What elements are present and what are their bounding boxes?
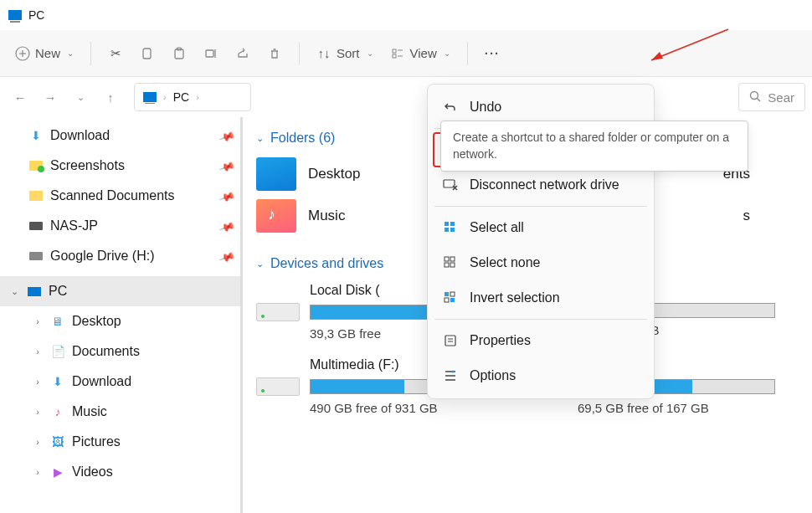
separator (90, 42, 91, 65)
delete-button[interactable] (259, 41, 290, 66)
cut-icon: ✂ (108, 46, 123, 61)
menu-properties[interactable]: Properties (433, 323, 649, 358)
svg-rect-34 (445, 336, 455, 346)
pc-icon (143, 92, 157, 102)
sidebar-item-pictures[interactable]: › 🖼 Pictures (0, 427, 240, 457)
svg-rect-4 (175, 49, 183, 59)
chevron-down-icon: ⌄ (367, 49, 373, 58)
search-input[interactable]: Sear (738, 83, 805, 111)
menu-select-none[interactable]: Select none (433, 245, 649, 280)
undo-icon (443, 100, 458, 115)
back-button[interactable]: ← (7, 84, 33, 110)
menu-label: Select none (470, 255, 541, 270)
sidebar-item-pc[interactable]: ⌄ PC (0, 276, 240, 306)
view-button[interactable]: View ⌄ (382, 41, 459, 66)
svg-rect-24 (445, 228, 449, 232)
drive-icon (256, 303, 300, 321)
chevron-right-icon[interactable]: › (32, 377, 44, 387)
sidebar-item-scanned-documents[interactable]: Scanned Documents 📌 (0, 181, 240, 211)
pictures-icon: 🖼 (50, 434, 65, 449)
main: ⬇ Download 📌 Screenshots 📌 Scanned Docum… (0, 117, 812, 513)
separator (467, 42, 468, 65)
svg-rect-6 (206, 50, 213, 57)
videos-icon: ▶ (50, 464, 65, 480)
pin-icon: 📌 (218, 218, 234, 234)
chevron-right-icon[interactable]: › (32, 467, 44, 477)
nas-icon (28, 218, 44, 233)
invert-icon (443, 290, 458, 305)
pin-icon: 📌 (218, 187, 234, 204)
new-button[interactable]: New ⌄ (7, 41, 82, 66)
chevron-down-icon[interactable]: ⌄ (8, 286, 20, 297)
breadcrumb[interactable]: › PC › (134, 83, 251, 111)
chevron-down-icon: ⌄ (256, 133, 264, 144)
menu-disconnect-network-drive[interactable]: Disconnect network drive (433, 167, 649, 203)
svg-line-13 (758, 98, 761, 101)
menu-undo[interactable]: Undo (433, 90, 649, 125)
more-button[interactable]: ··· (476, 41, 509, 65)
cut-button[interactable]: ✂ (100, 41, 131, 66)
folder-label: s (743, 208, 751, 224)
sidebar-item-google-drive[interactable]: Google Drive (H:) 📌 (0, 241, 240, 271)
sidebar-item-desktop[interactable]: › 🖥 Desktop (0, 306, 240, 336)
svg-rect-30 (445, 292, 449, 296)
paste-icon (172, 46, 187, 61)
chevron-right-icon[interactable]: › (32, 437, 44, 447)
menu-options[interactable]: Options (433, 358, 649, 393)
folder-label: Music (308, 208, 345, 224)
chevron-right-icon[interactable]: › (32, 316, 44, 326)
svg-rect-33 (450, 298, 455, 302)
sidebar-item-music[interactable]: › ♪ Music (0, 397, 240, 427)
menu-select-all[interactable]: Select all (433, 210, 649, 245)
svg-rect-31 (450, 292, 455, 296)
up-button[interactable]: ↑ (97, 84, 124, 110)
folder-icon (256, 157, 296, 191)
search-icon (749, 90, 761, 105)
breadcrumb-segment[interactable]: PC (173, 90, 189, 104)
menu-invert-selection[interactable]: Invert selection (433, 280, 649, 315)
drive-free-text: 490 GB free of 931 GB (310, 401, 507, 415)
svg-rect-3 (143, 49, 151, 59)
pc-icon (8, 10, 22, 20)
sidebar-item-documents[interactable]: › 📄 Documents (0, 336, 240, 367)
share-button[interactable] (227, 41, 259, 66)
menu-label: Properties (470, 333, 531, 348)
trash-icon (267, 46, 282, 61)
svg-rect-8 (393, 49, 396, 53)
svg-rect-28 (445, 263, 449, 267)
menu-label: Options (470, 368, 516, 383)
chevron-down-icon: ⌄ (444, 49, 450, 58)
drive-icon (256, 377, 300, 396)
pin-icon: 📌 (218, 248, 234, 264)
sidebar: ⬇ Download 📌 Screenshots 📌 Scanned Docum… (0, 117, 243, 513)
download-icon: ⬇ (28, 128, 44, 143)
chevron-down-icon: ⌄ (256, 259, 264, 269)
search-placeholder: Sear (768, 90, 794, 105)
sort-button[interactable]: ↑↓ Sort ⌄ (308, 41, 382, 66)
rename-button[interactable] (195, 41, 227, 66)
svg-rect-26 (445, 257, 449, 261)
title-bar: PC (0, 0, 812, 30)
folder-label: Desktop (308, 166, 360, 182)
menu-label: Undo (470, 100, 501, 115)
recent-button[interactable]: ⌄ (67, 84, 94, 110)
forward-button[interactable]: → (37, 84, 64, 110)
sidebar-item-nas[interactable]: NAS-JP 📌 (0, 211, 240, 241)
chevron-right-icon[interactable]: › (32, 346, 44, 357)
disconnect-drive-icon (443, 177, 458, 192)
drive-free-text: 69,5 GB free of 167 GB (578, 401, 775, 415)
pin-icon: 📌 (218, 157, 234, 174)
sidebar-item-videos[interactable]: › ▶ Videos (0, 457, 240, 487)
separator (434, 206, 647, 207)
chevron-right-icon: › (196, 92, 199, 102)
svg-rect-32 (445, 298, 449, 302)
sidebar-item-screenshots[interactable]: Screenshots 📌 (0, 151, 240, 181)
copy-button[interactable] (131, 41, 163, 66)
sidebar-item-download[interactable]: › ⬇ Download (0, 367, 240, 397)
sidebar-item-download[interactable]: ⬇ Download 📌 (0, 121, 240, 151)
plus-icon (15, 46, 30, 61)
chevron-right-icon[interactable]: › (32, 407, 44, 417)
chevron-down-icon: ⌄ (67, 49, 74, 58)
paste-button[interactable] (163, 41, 195, 66)
desktop-icon: 🖥 (50, 314, 65, 329)
